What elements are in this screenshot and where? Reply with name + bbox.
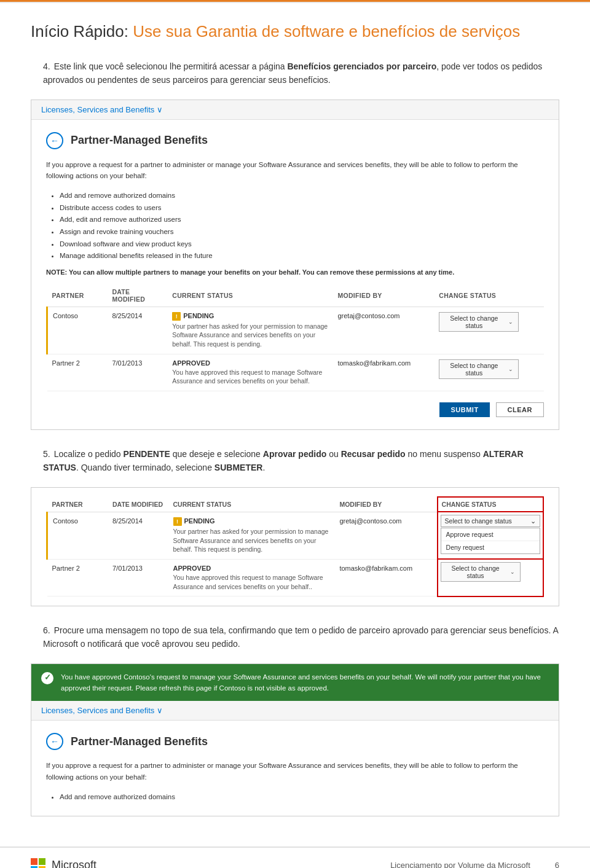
dropdown-chevron: ⌄ <box>530 517 536 525</box>
screenshot3-navbar: Licenses, Services and Benefits ∨ <box>31 701 559 721</box>
step5-bold2: Aprovar pedido <box>263 449 326 459</box>
table-row: Contoso 8/25/2014 !PENDING Your partner … <box>47 512 544 559</box>
nav-link-licenses[interactable]: Licenses, Services and Benefits ∨ <box>41 105 163 114</box>
screenshot1-inner: ← Partner-Managed Benefits If you approv… <box>31 120 559 430</box>
cell-change: Select to change status ⌄ Approve reques… <box>438 512 543 559</box>
cell-change: Select to change status ⌄ <box>438 559 543 596</box>
col-modby: MODIFIED BY <box>332 284 434 307</box>
step4-bold1: Benefícios gerenciados por parceiro <box>287 61 436 71</box>
green-notification: ✓ You have approved Contoso's request to… <box>31 664 559 702</box>
status-detail: Your partner has asked for your permissi… <box>173 527 330 554</box>
cell-partner: Partner 2 <box>47 559 108 596</box>
dropdown-chevron: ⌄ <box>508 366 513 372</box>
dropdown-chevron: ⌄ <box>508 319 513 325</box>
screenshot2-box: PARTNER DATE MODIFIED CURRENT STATUS MOD… <box>31 487 559 606</box>
step6-body: Procure uma mensagem no topo de sua tela… <box>43 625 558 649</box>
cell-date: 7/01/2013 <box>108 559 168 596</box>
step6-block: 6.Procure uma mensagem no topo de sua te… <box>31 624 559 651</box>
back-button2[interactable]: ← <box>46 733 63 750</box>
change-status-dropdown3[interactable]: Select to change status ⌄ <box>441 562 521 582</box>
screenshot3-info: If you approve a request for a partner t… <box>46 760 544 783</box>
dropdown-item-deny[interactable]: Deny request <box>441 541 540 553</box>
status-detail: You have approved this request to manage… <box>172 368 328 386</box>
back-row: ← Partner-Managed Benefits <box>46 132 544 149</box>
warning-icon: ! <box>172 312 181 321</box>
step5-bold3: Recusar pedido <box>341 449 406 459</box>
clear-button[interactable]: CLEAR <box>496 402 544 417</box>
table-header-row: PARTNER DATE MODIFIED CURRENT STATUS MOD… <box>47 497 544 512</box>
status-label-pending: PENDING <box>183 312 214 319</box>
screenshot3-box: ✓ You have approved Contoso's request to… <box>31 663 559 816</box>
warning-icon: ! <box>173 517 182 526</box>
back-row2: ← Partner-Managed Benefits <box>46 733 544 750</box>
step4-text1: Este link que você selecionou lhe permit… <box>54 61 285 71</box>
cell-date: 8/25/2014 <box>108 512 168 559</box>
dropdown-item-approve[interactable]: Approve request <box>441 528 540 541</box>
screenshot2-inner: PARTNER DATE MODIFIED CURRENT STATUS MOD… <box>31 488 559 606</box>
back-button[interactable]: ← <box>46 132 63 149</box>
dropdown-menu: Approve request Deny request <box>441 528 540 554</box>
status-detail: Your partner has asked for your permissi… <box>172 322 328 349</box>
cell-partner: Contoso <box>47 307 108 354</box>
ms-square-red <box>31 858 37 865</box>
screenshot1-box: Licenses, Services and Benefits ∨ ← Part… <box>31 100 559 431</box>
col-change: CHANGE STATUS <box>438 497 543 512</box>
step5-bold1: PENDENTE <box>124 449 170 459</box>
title-prefix: Início Rápido: <box>31 22 133 41</box>
cell-partner: Partner 2 <box>47 354 108 391</box>
cell-status: !PENDING Your partner has asked for your… <box>167 307 332 354</box>
step5-block: 5.Localize o pedido PENDENTE que deseje … <box>31 447 559 475</box>
cell-change: Select to change status ⌄ <box>434 354 544 391</box>
screenshot3-title: Partner-Managed Benefits <box>71 735 208 748</box>
col-modby: MODIFIED BY <box>334 497 437 512</box>
change-status-dropdown1[interactable]: Select to change status ⌄ <box>439 312 519 332</box>
title-highlight: Use sua Garantia de software e benefício… <box>133 22 520 41</box>
col-date: DATE MODIFIED <box>108 497 168 512</box>
screenshot1-list: Add and remove authorized domains Distri… <box>46 190 544 262</box>
list-item: Distribute access codes to users <box>60 202 544 214</box>
list-item: Add and remove authorized domains <box>60 791 544 803</box>
cell-partner: Contoso <box>47 512 108 559</box>
screenshot1-title: Partner-Managed Benefits <box>71 134 208 147</box>
table-row: Partner 2 7/01/2013 APPROVED You have ap… <box>47 354 545 391</box>
cell-modby: gretaj@contoso.com <box>334 512 437 559</box>
list-item: Manage additional benefits released in t… <box>60 250 544 262</box>
step4-block: 4.Este link que você selecionou lhe perm… <box>31 60 559 87</box>
list-item: Assign and revoke training vouchers <box>60 226 544 238</box>
screenshot3-list: Add and remove authorized domains <box>46 791 544 803</box>
nav-link-licenses2[interactable]: Licenses, Services and Benefits ∨ <box>41 706 163 715</box>
screenshot1-navbar: Licenses, Services and Benefits ∨ <box>31 100 559 120</box>
page-title: Início Rápido: Use sua Garantia de softw… <box>31 22 559 42</box>
cell-status: APPROVED You have approved this request … <box>168 559 335 596</box>
screenshot3-inner: ← Partner-Managed Benefits If you approv… <box>31 721 559 815</box>
step5-number: 5. <box>43 449 50 459</box>
col-status: CURRENT STATUS <box>167 284 332 307</box>
status-detail: You have approved this request to manage… <box>173 573 330 591</box>
screenshot1-note: NOTE: You can allow multiple partners to… <box>46 268 544 276</box>
page-footer: Microsoft Licenciamento por Volume da Mi… <box>0 846 590 868</box>
check-icon: ✓ <box>41 672 53 684</box>
dropdown-header[interactable]: Select to change status ⌄ <box>441 515 540 527</box>
col-partner: PARTNER <box>47 497 108 512</box>
benefits-table2: PARTNER DATE MODIFIED CURRENT STATUS MOD… <box>46 496 544 597</box>
screenshot1-info: If you approve a request for a partner t… <box>46 159 544 182</box>
footer-copyright: Licenciamento por Volume da Microsoft <box>390 861 530 868</box>
list-item: Download software and view product keys <box>60 238 544 251</box>
cell-modby: tomasko@fabrikam.com <box>334 559 437 596</box>
change-status-dropdown2[interactable]: Select to change status ⌄ <box>439 359 519 379</box>
cell-status: APPROVED You have approved this request … <box>167 354 332 391</box>
table-header-row: PARTNER DATE MODIFIED CURRENT STATUS MOD… <box>47 284 545 307</box>
list-item: Add and remove authorized domains <box>60 190 544 202</box>
notification-text: You have approved Contoso's request to m… <box>61 671 549 694</box>
cell-status: !PENDING Your partner has asked for your… <box>168 512 335 559</box>
col-change: CHANGE STATUS <box>434 284 544 307</box>
col-date: DATE MODIFIED <box>107 284 167 307</box>
cell-date: 7/01/2013 <box>107 354 167 391</box>
step6-number: 6. <box>43 625 50 635</box>
action-buttons: SUBMIT CLEAR <box>46 402 544 417</box>
dropdown-chevron: ⌄ <box>510 569 515 575</box>
page-content: Início Rápido: Use sua Garantia de softw… <box>0 3 590 868</box>
col-partner: PARTNER <box>47 284 108 307</box>
benefits-table1: PARTNER DATE MODIFIED CURRENT STATUS MOD… <box>46 284 544 391</box>
submit-button[interactable]: SUBMIT <box>439 402 489 417</box>
